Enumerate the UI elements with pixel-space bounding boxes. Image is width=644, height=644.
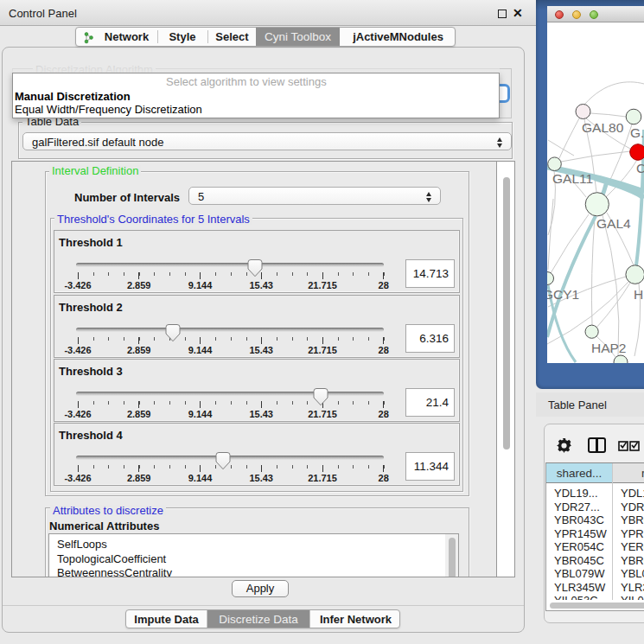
svg-text:C: C (636, 161, 644, 175)
svg-text:GCY1: GCY1 (547, 287, 579, 302)
svg-text:GAL4: GAL4 (596, 216, 631, 231)
svg-text:G.: G. (630, 125, 644, 140)
svg-text:HAP2: HAP2 (591, 341, 627, 355)
svg-text:GAL80: GAL80 (582, 120, 624, 135)
svg-text:GAL11: GAL11 (552, 171, 593, 186)
svg-text:H: H (634, 287, 643, 302)
